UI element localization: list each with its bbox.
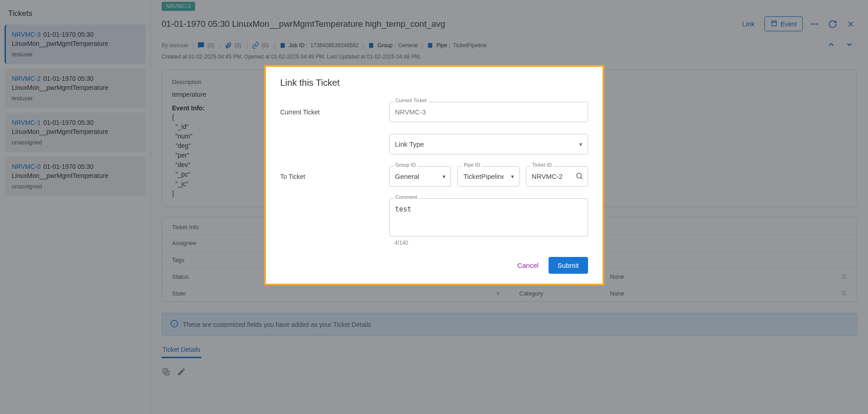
- link-ticket-modal: Link this Ticket Current Ticket Current …: [264, 65, 604, 286]
- modal-title: Link this Ticket: [280, 78, 588, 88]
- group-id-select[interactable]: General: [389, 166, 451, 187]
- comment-float: Comment: [394, 194, 419, 200]
- char-count: 4/140: [395, 240, 588, 246]
- pipe-id-float: Pipe ID: [462, 162, 482, 168]
- svg-line-12: [581, 177, 582, 178]
- pipe-id-select[interactable]: TicketPipeline: [457, 166, 520, 187]
- current-ticket-float: Current Ticket: [394, 98, 428, 103]
- search-icon[interactable]: [575, 172, 584, 181]
- submit-button[interactable]: Submit: [549, 257, 588, 274]
- group-id-float: Group ID: [394, 162, 418, 168]
- modal-overlay[interactable]: Link this Ticket Current Ticket Current …: [0, 0, 868, 414]
- to-ticket-label: To Ticket: [280, 173, 389, 180]
- link-type-select[interactable]: Link Type: [389, 134, 588, 154]
- svg-point-11: [577, 173, 582, 178]
- current-ticket-label: Current Ticket: [280, 108, 389, 116]
- ticket-id-float: Ticket ID: [530, 162, 554, 168]
- current-ticket-input: [389, 102, 588, 122]
- comment-textarea[interactable]: [389, 198, 588, 237]
- cancel-button[interactable]: Cancel: [515, 259, 540, 272]
